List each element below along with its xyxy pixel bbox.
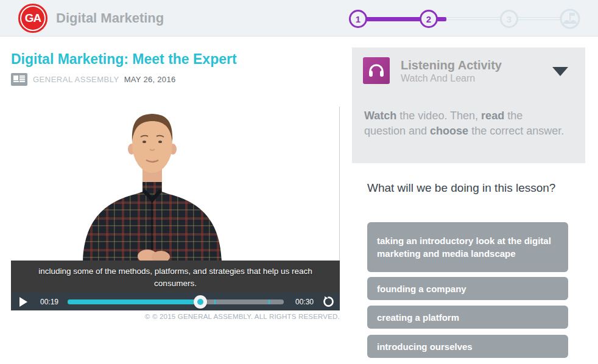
duration: 00:30 [291,298,318,306]
byline-author: GENERAL ASSEMBLY [33,75,119,84]
stepper-track [518,17,562,20]
video-controls: 00:19 00:30 [11,293,340,310]
newspaper-icon [11,73,27,86]
caption-line-2: consumers. [11,278,340,290]
instruction-part: choose [430,125,468,137]
page-title: Digital Marketing: Meet the Expert [11,51,237,68]
step-3[interactable]: 3 [500,10,518,28]
question-text: What will we be doing in this lesson? [367,180,571,196]
seek-tick [269,299,270,304]
stepper-track [446,17,501,20]
activity-title: Listening Activity [401,58,502,72]
activity-panel: Listening Activity Watch And Learn Watch… [352,47,585,163]
answer-option-3[interactable]: creating a platform [367,306,568,329]
answer-option-2[interactable]: founding a company [367,277,568,300]
collapse-chevron-icon[interactable] [552,67,568,76]
byline: GENERAL ASSEMBLY MAY 26, 2016 [11,72,175,86]
answer-option-4[interactable]: introducing ourselves [367,335,568,358]
instruction-part: the video. Then, [396,110,481,122]
replay-button[interactable] [318,296,339,307]
step-1-label: 1 [356,14,361,24]
play-button[interactable] [19,297,27,307]
video-frame[interactable] [11,107,340,261]
byline-date: MAY 26, 2016 [124,75,176,84]
app-header: GA Digital Marketing 1 2 3 [0,0,598,37]
activity-instructions: Watch the video. Then, read the question… [364,108,565,139]
instruction-part: the correct answer. [468,125,564,137]
answer-option-1[interactable]: taking an introductory look at the digit… [367,222,568,272]
seek-bar[interactable] [68,299,284,304]
presenter-illustration [11,107,340,261]
instruction-part: Watch [364,110,396,122]
step-3-label: 3 [507,14,512,24]
caption-line-1: including some of the methods, platforms… [11,265,340,278]
video-captions: including some of the methods, platforms… [11,261,340,293]
copyright-notice: © © 2015 GENERAL ASSEMBLY. ALL RIGHTS RE… [11,313,340,320]
video-player[interactable]: including some of the methods, platforms… [11,107,340,310]
goal-flag-icon [560,9,580,29]
seek-fill [68,299,200,304]
step-2[interactable]: 2 [420,10,438,28]
activity-subtitle: Watch And Learn [401,73,475,84]
current-time: 00:19 [36,298,63,306]
seek-handle[interactable] [194,295,207,309]
step-1[interactable]: 1 [349,10,367,28]
headphones-icon [363,57,390,84]
seek-tick [214,299,216,304]
progress-stepper: 1 2 3 [0,0,598,37]
instruction-part: read [481,110,504,122]
step-2-label: 2 [426,14,431,24]
